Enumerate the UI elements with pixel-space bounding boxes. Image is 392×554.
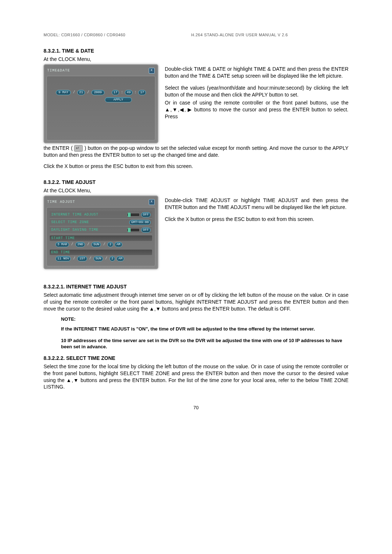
heading-time-adjust: 8.3.2.2. TIME ADJUST — [44, 179, 348, 185]
note-label: NOTE: — [61, 316, 348, 323]
value-select-time-zone[interactable]: GMT+09:00 — [129, 220, 151, 225]
page-header: MODEL: CDR1660 / CDR0860 / CDR0460 H.264… — [44, 33, 348, 37]
end-ampm[interactable]: AM — [117, 256, 124, 261]
time-date-p3: Or in case of using the remote controlle… — [165, 99, 348, 120]
end-day[interactable]: SUN — [94, 256, 103, 261]
date-num-field[interactable]: 21 — [77, 90, 85, 95]
time-date-p2: Select the values (year/month/date and h… — [165, 85, 348, 98]
time-adjust-window: TIME ADJUST X INTERNET TIME ADJUST OFF S… — [44, 196, 158, 269]
header-title: H.264 STAND-ALONE DVR USER MANUAL V 2.6 — [191, 33, 338, 37]
label-daylight-saving: DAYLIGHT SAVING TIME — [51, 228, 98, 232]
end-time-header: END TIME — [50, 250, 152, 255]
time-date-p1: Double-click TIME & DATE or highlight TI… — [165, 66, 348, 79]
time-hh-field[interactable]: 17 — [112, 90, 119, 95]
note-1: If the INTERNET TIME ADJUST is "ON", the… — [61, 326, 348, 332]
value-daylight-saving[interactable]: OFF — [141, 227, 151, 233]
start-day[interactable]: SUN — [91, 242, 101, 247]
time-date-window: TIME&DATE X 9 MAY / 21 / 2009 17 : 49 : … — [44, 64, 158, 143]
intro-time-adjust: At the CLOCK Menu, — [44, 187, 348, 194]
start-month[interactable]: 3 MAR — [56, 242, 69, 247]
internet-time-adjust-p1: Select automatic time adjustment through… — [44, 292, 348, 312]
heading-time-date: 8.3.2.1. TIME & DATE — [44, 48, 348, 54]
page-number: 70 — [44, 405, 348, 410]
enter-icon — [74, 145, 83, 152]
close-icon[interactable]: X — [149, 68, 155, 74]
time-adjust-p1: Double-click TIME ADJUST or highlight TI… — [165, 197, 348, 211]
time-adjust-title: TIME ADJUST — [47, 200, 75, 204]
slider-icon[interactable] — [127, 213, 140, 217]
select-time-zone-p1: Select the time zone for the local time … — [44, 363, 348, 391]
heading-select-time-zone: 8.3.2.2.2. SELECT TIME ZONE — [44, 355, 348, 361]
slider-icon[interactable] — [127, 228, 140, 232]
start-ampm[interactable]: AM — [115, 242, 122, 247]
label-internet-time-adjust: INTERNET TIME ADJUST — [51, 213, 98, 217]
intro-time-date: At the CLOCK Menu, — [44, 56, 348, 63]
start-time-row: 3 MAR/ 2ND/ SUN/ 2 AM — [50, 241, 152, 248]
date-year-field[interactable]: 2009 — [91, 90, 105, 95]
time-date-title: TIME&DATE — [47, 69, 70, 73]
heading-internet-time-adjust: 8.3.2.2.1. INTERNET TIME ADJUST — [44, 284, 348, 290]
end-week[interactable]: 1ST — [77, 256, 87, 261]
row-select-time-zone[interactable]: SELECT TIME ZONE GMT+09:00 — [50, 219, 152, 226]
time-adjust-p2: Click the X button or press the ESC butt… — [165, 216, 348, 223]
close-icon[interactable]: X — [149, 199, 155, 205]
label-select-time-zone: SELECT TIME ZONE — [51, 220, 89, 224]
time-mm-field[interactable]: 49 — [125, 90, 132, 95]
time-date-p4: the ENTER ( ) button on the pop-up windo… — [44, 145, 348, 159]
row-daylight-saving[interactable]: DAYLIGHT SAVING TIME OFF — [50, 226, 152, 234]
time-date-p5: Click the X button or press the ESC butt… — [44, 163, 348, 170]
end-hour[interactable]: 2 — [110, 256, 115, 261]
end-month[interactable]: 11 NOV — [56, 256, 71, 261]
apply-button[interactable]: APPLY — [105, 97, 132, 102]
end-time-row: 11 NOV/ 1ST/ SUN/ 2 AM — [50, 255, 152, 262]
start-week[interactable]: 2ND — [75, 242, 85, 247]
row-internet-time-adjust[interactable]: INTERNET TIME ADJUST OFF — [50, 211, 152, 219]
start-time-header: START TIME — [50, 235, 152, 241]
note-2: 10 IP addresses of the time server are s… — [61, 337, 348, 350]
time-ss-field[interactable]: 17 — [138, 90, 146, 95]
value-internet-time-adjust[interactable]: OFF — [141, 212, 151, 217]
date-day-field[interactable]: 9 MAY — [56, 90, 71, 95]
header-model: MODEL: CDR1660 / CDR0860 / CDR0460 — [44, 33, 190, 37]
start-hour[interactable]: 2 — [107, 242, 113, 247]
